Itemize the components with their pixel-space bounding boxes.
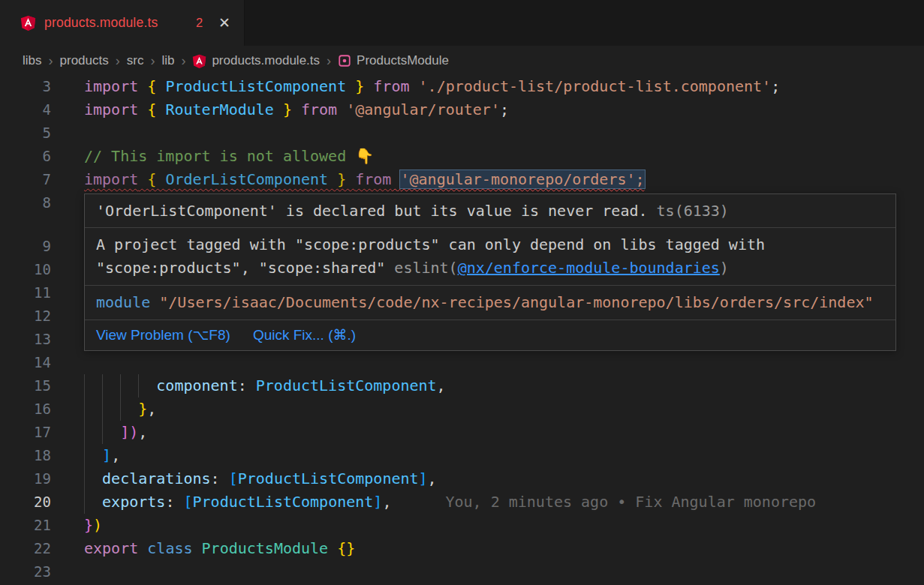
code-token: {	[138, 77, 165, 95]
close-icon[interactable]: ✕	[218, 16, 230, 30]
code-editor: 3import { ProductListComponent } from '.…	[0, 75, 924, 585]
code-content: export class ProductsModule {}	[84, 537, 355, 560]
breadcrumb-item-products-module-ts[interactable]: products.module.ts	[192, 53, 320, 68]
breadcrumb-item-products[interactable]: products	[60, 53, 109, 68]
module-icon	[338, 54, 351, 68]
code-token: }	[346, 77, 373, 95]
code-line-20[interactable]: 20exports: [ProductListComponent],You, 2…	[0, 490, 924, 514]
code-line-23[interactable]: 23	[0, 560, 924, 584]
module-info: module "/Users/isaac/Documents/code/nx-r…	[85, 285, 895, 320]
line-number: 7	[0, 168, 51, 191]
line-number: 22	[0, 537, 51, 560]
breadcrumb: libs›products›src›lib›products.module.ts…	[0, 46, 924, 75]
problems-count-badge: 2	[196, 16, 203, 30]
code-line-4[interactable]: 4import { RouterModule } from '@angular/…	[0, 98, 924, 122]
angular-icon	[192, 54, 206, 68]
code-token: ProductsModule	[202, 539, 329, 557]
code-token: ProductListComponent	[238, 470, 419, 488]
code-token: ProductListComponent	[165, 77, 346, 95]
quick-fix-button[interactable]: Quick Fix... (⌘.)	[253, 326, 356, 345]
code-token: export	[84, 539, 138, 557]
line-number: 13	[0, 328, 51, 351]
code-token: OrderListComponent	[165, 170, 328, 188]
eslint-source-open: eslint(	[394, 259, 457, 277]
code-content: component: ProductListComponent,	[84, 374, 446, 398]
code-token: {	[138, 100, 165, 118]
code-token	[138, 539, 147, 557]
breadcrumb-separator: ›	[49, 53, 53, 69]
ts-diagnostic-message: 'OrderListComponent' is declared but its…	[85, 194, 895, 227]
code-token	[328, 539, 337, 557]
code-token: ,	[428, 470, 437, 488]
code-content: exports: [ProductListComponent],You, 2 m…	[84, 490, 816, 514]
code-line-15[interactable]: 15component: ProductListComponent,	[0, 374, 924, 398]
code-line-16[interactable]: 16},	[0, 398, 924, 421]
code-token: }	[274, 100, 301, 118]
code-token: ;	[500, 100, 509, 118]
code-token: ;	[771, 77, 780, 95]
indent-guide	[102, 421, 120, 444]
code-token: RouterModule	[165, 100, 274, 118]
code-line-3[interactable]: 3import { ProductListComponent } from '.…	[0, 75, 924, 98]
code-content: declarations: [ProductListComponent],	[84, 467, 437, 490]
code-content: ],	[84, 444, 120, 467]
code-token: // This import is not allowed	[84, 147, 355, 165]
tab-products-module[interactable]: products.module.ts 2 ✕	[0, 0, 245, 46]
code-line-22[interactable]: 22export class ProductsModule {}	[0, 537, 924, 560]
indent-guide	[138, 374, 156, 398]
line-number: 12	[0, 304, 51, 328]
git-blame-annotation: You, 2 minutes ago • Fix Angular monorep…	[445, 493, 816, 511]
code-token: }	[138, 400, 147, 418]
indent-guide	[84, 374, 102, 398]
view-problem-button[interactable]: View Problem (⌥F8)	[96, 326, 230, 345]
tab-bar: products.module.ts 2 ✕	[0, 0, 924, 46]
code-token	[410, 77, 419, 95]
code-token: from	[355, 170, 391, 188]
breadcrumb-separator: ›	[116, 53, 120, 69]
line-number: 11	[0, 281, 51, 304]
code-line-14[interactable]: 14	[0, 351, 924, 374]
code-token: ProductListComponent	[193, 493, 374, 511]
line-number: 17	[0, 421, 51, 444]
breadcrumb-label: lib	[161, 53, 174, 68]
code-content: import { OrderListComponent } from '@ang…	[84, 168, 645, 191]
code-token: './product-list/product-list.component'	[419, 77, 772, 95]
code-token: '@angular-monorepo/orders';	[400, 170, 644, 188]
vscode-window: products.module.ts 2 ✕ libs›products›src…	[0, 0, 924, 585]
line-number: 19	[0, 467, 51, 490]
code-line-5[interactable]: 5	[0, 122, 924, 145]
indent-guide	[84, 490, 102, 514]
breadcrumb-item-lib[interactable]: lib	[161, 53, 174, 68]
code-line-7[interactable]: 7import { OrderListComponent } from '@an…	[0, 168, 924, 191]
code-token: }	[328, 170, 355, 188]
breadcrumb-item-src[interactable]: src	[127, 53, 144, 68]
code-token: 👇	[355, 147, 374, 165]
code-token: ])	[120, 423, 138, 441]
ts-error-code: ts(6133)	[648, 202, 729, 220]
code-token: :	[211, 470, 229, 488]
code-token: ,	[147, 400, 156, 418]
code-token: import	[84, 170, 138, 188]
code-line-6[interactable]: 6// This import is not allowed 👇	[0, 145, 924, 168]
code-token: ProductListComponent	[256, 376, 437, 394]
breadcrumb-label: ProductsModule	[357, 53, 449, 68]
code-token: ,	[138, 423, 147, 441]
indent-guide	[84, 444, 102, 467]
code-token: ,	[111, 446, 120, 464]
breadcrumb-item-productsmodule[interactable]: ProductsModule	[338, 53, 449, 68]
code-token: )	[93, 516, 102, 534]
code-line-18[interactable]: 18],	[0, 444, 924, 467]
code-token: ]	[373, 493, 382, 511]
line-number: 10	[0, 258, 51, 281]
indent-guide	[102, 374, 120, 398]
eslint-rule-link[interactable]: @nx/enforce-module-boundaries	[458, 259, 720, 277]
code-line-19[interactable]: 19declarations: [ProductListComponent],	[0, 467, 924, 490]
code-token: exports	[102, 493, 165, 511]
diagnostics-hover-popup: 'OrderListComponent' is declared but its…	[84, 194, 896, 351]
code-content: },	[84, 398, 156, 421]
code-line-17[interactable]: 17]),	[0, 421, 924, 444]
breadcrumb-item-libs[interactable]: libs	[23, 53, 42, 68]
code-token: ,	[382, 493, 391, 511]
ts-message-text: 'OrderListComponent' is declared but its…	[96, 202, 648, 220]
code-line-21[interactable]: 21})	[0, 514, 924, 537]
